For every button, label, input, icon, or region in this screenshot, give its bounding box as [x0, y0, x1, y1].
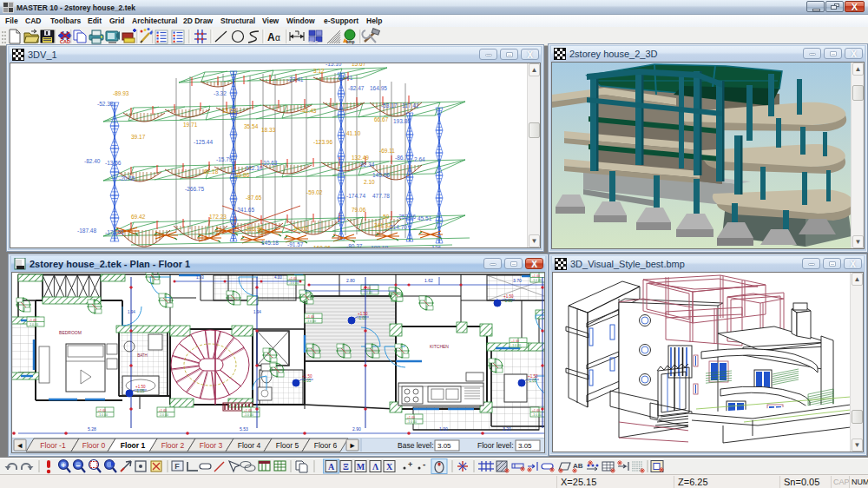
svg-text:Floor 3: Floor 3 [200, 441, 223, 450]
svg-text:-69.11: -69.11 [379, 148, 395, 154]
svg-text:19.71: 19.71 [183, 122, 198, 128]
svg-text:216.98: 216.98 [246, 226, 263, 232]
svg-text:-100.18: -100.18 [369, 245, 388, 248]
svg-text:α: α [275, 33, 280, 43]
svg-text:-241.65: -241.65 [235, 207, 254, 213]
svg-text:160.96: 160.96 [313, 245, 331, 248]
svg-text:-3.32: -3.32 [214, 90, 227, 96]
svg-text:+1 40: +1 40 [532, 409, 540, 412]
svg-text:-1 0 40: -1 0 40 [98, 413, 108, 417]
svg-text:-1 0 40: -1 0 40 [29, 323, 38, 326]
svg-text:+1 40: +1 40 [29, 319, 36, 322]
svg-text:45.51: 45.51 [418, 215, 432, 221]
svg-text:2.10: 2.10 [364, 179, 375, 185]
svg-text:5.53: 5.53 [240, 426, 248, 432]
svg-text:X: X [386, 462, 393, 472]
svg-text:-82.47: -82.47 [348, 85, 365, 91]
svg-text:Λ: Λ [372, 462, 379, 472]
svg-text:Floor 1: Floor 1 [121, 441, 146, 450]
svg-text:2.64: 2.64 [414, 156, 425, 162]
svg-text:KITCHEN: KITCHEN [430, 344, 449, 349]
svg-text:A: A [267, 31, 275, 43]
svg-text:-82.40: -82.40 [84, 158, 101, 164]
svg-text:2.90: 2.90 [352, 426, 361, 432]
svg-text:13.08: 13.08 [222, 108, 237, 114]
svg-text:+: + [408, 460, 412, 469]
svg-text:Floor -1: Floor -1 [40, 441, 66, 450]
svg-text:-87.65: -87.65 [246, 195, 262, 201]
svg-text:477.78: 477.78 [372, 193, 390, 199]
svg-text:35.86: 35.86 [235, 172, 250, 178]
svg-text:3.05: 3.05 [437, 442, 451, 450]
svg-text:+1 40: +1 40 [532, 274, 540, 278]
svg-text:-1 0 40: -1 0 40 [306, 320, 316, 323]
svg-text:–: – [76, 461, 80, 470]
svg-text:Base level:: Base level: [398, 441, 434, 450]
svg-text:-1.05: -1.05 [135, 389, 145, 393]
svg-text:4.00: 4.00 [274, 275, 282, 280]
svg-text:193.86: 193.86 [393, 118, 411, 124]
svg-text:+1 40: +1 40 [306, 315, 314, 319]
svg-text:-187.48: -187.48 [77, 228, 96, 234]
svg-text:◄: ◄ [17, 442, 23, 451]
svg-text:15.67: 15.67 [352, 63, 366, 67]
svg-text:3.20: 3.20 [503, 426, 511, 432]
svg-text:-15.10: -15.10 [326, 63, 342, 67]
svg-text:-1 0 40: -1 0 40 [244, 413, 253, 417]
svg-text:1.90: 1.90 [439, 426, 448, 432]
svg-text:79.06: 79.06 [352, 207, 366, 213]
svg-text:41.10: 41.10 [346, 130, 361, 136]
svg-text:+1 40: +1 40 [98, 409, 106, 412]
svg-text:3.05: 3.05 [518, 442, 532, 450]
svg-text:2.80: 2.80 [346, 278, 355, 283]
svg-text:-59.02: -59.02 [306, 189, 323, 195]
svg-text:69.42: 69.42 [131, 214, 146, 220]
svg-text:-15.79: -15.79 [216, 156, 233, 162]
svg-text:+: + [61, 461, 65, 470]
svg-text:-1 0 40: -1 0 40 [532, 413, 542, 417]
svg-text:-52.38: -52.38 [97, 101, 114, 107]
svg-text:+1 40: +1 40 [159, 409, 167, 412]
svg-text:1.93: 1.93 [196, 275, 204, 280]
svg-text:-252.56: -252.56 [397, 214, 416, 220]
svg-text:A: A [328, 462, 335, 472]
svg-text:BEDROOM: BEDROOM [59, 330, 82, 335]
svg-text:+1 40: +1 40 [244, 409, 252, 412]
svg-text:4=17: 4=17 [444, 247, 457, 248]
svg-text:BATH: BATH [137, 353, 148, 358]
svg-text:54.02: 54.02 [294, 226, 309, 232]
svg-text:3.70: 3.70 [513, 278, 522, 283]
svg-text:Floor 0: Floor 0 [82, 441, 106, 450]
svg-text:-1 0 40: -1 0 40 [289, 281, 299, 285]
svg-text:-1 0 40: -1 0 40 [363, 291, 372, 294]
svg-text:Floor 6: Floor 6 [314, 441, 338, 450]
svg-text:-50: -50 [381, 214, 390, 220]
svg-text:-1 0 40: -1 0 40 [159, 413, 168, 417]
svg-text:-27.41: -27.41 [287, 76, 304, 82]
svg-text:-86.72: -86.72 [395, 155, 411, 161]
svg-text:39.17: 39.17 [131, 134, 146, 140]
svg-text:145.06: 145.06 [372, 172, 390, 178]
svg-text:-105.22: -105.22 [393, 247, 412, 248]
svg-text:+1 40: +1 40 [511, 340, 519, 343]
svg-text:-89.93: -89.93 [113, 90, 129, 96]
svg-text:117.41: 117.41 [402, 102, 419, 109]
svg-text:-1.05: -1.05 [358, 316, 367, 320]
svg-text:132.49: 132.49 [352, 155, 369, 161]
svg-text:Floor 2: Floor 2 [161, 441, 185, 450]
svg-text:-91.57: -91.57 [287, 241, 304, 247]
svg-text:1.62: 1.62 [424, 278, 433, 283]
svg-text:-13.56: -13.56 [105, 160, 122, 166]
svg-text:112.10: 112.10 [246, 165, 263, 171]
svg-text:-1.05: -1.05 [503, 299, 513, 303]
svg-text:3.12: 3.12 [313, 68, 325, 74]
svg-text:66.67: 66.67 [374, 116, 389, 122]
svg-text:Floor 5: Floor 5 [276, 441, 299, 450]
svg-text:-174.74: -174.74 [346, 193, 365, 199]
svg-text:-175.01: -175.01 [105, 229, 124, 235]
svg-text:M: M [357, 462, 365, 472]
svg-text:-126: -126 [430, 245, 441, 248]
svg-text:-123.96: -123.96 [313, 139, 332, 145]
svg-text:-1.05: -1.05 [302, 379, 312, 383]
svg-text:18.33: 18.33 [261, 127, 276, 133]
